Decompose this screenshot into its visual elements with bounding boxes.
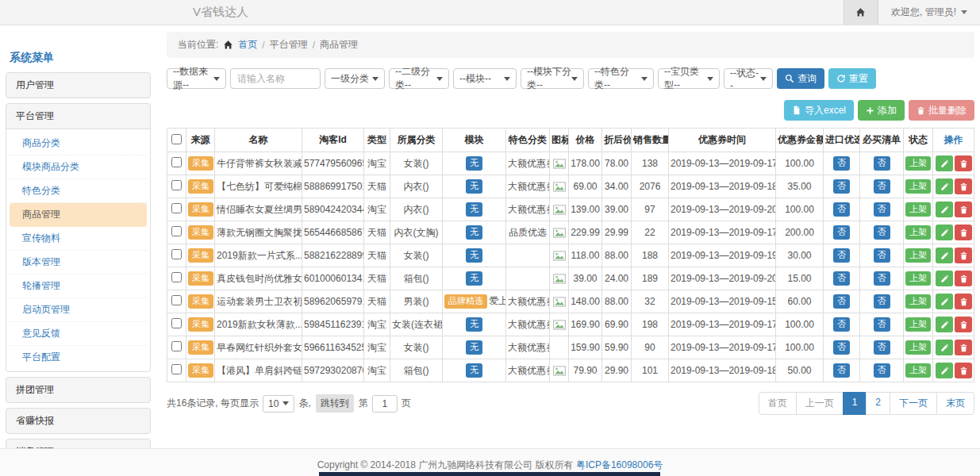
batch-delete-button[interactable]: 批量删除	[909, 100, 974, 121]
delete-button[interactable]	[955, 317, 972, 332]
edit-button[interactable]	[936, 225, 953, 240]
import-select-badge[interactable]: 否	[833, 156, 850, 171]
status-badge[interactable]: 上架	[905, 271, 931, 286]
delete-button[interactable]	[955, 340, 972, 355]
status-badge[interactable]: 上架	[905, 317, 931, 332]
sidebar-subitem-platform-config[interactable]: 平台配置	[10, 346, 147, 369]
status-badge[interactable]: 上架	[905, 363, 931, 378]
must-buy-badge[interactable]: 否	[874, 225, 890, 240]
first-page[interactable]: 首页	[759, 392, 797, 415]
import-select-badge[interactable]: 否	[833, 202, 850, 217]
row-checkbox[interactable]	[171, 318, 182, 328]
sidebar-subitem-goods-category[interactable]: 商品分类	[10, 132, 147, 155]
import-excel-button[interactable]: 导入excel	[784, 100, 854, 121]
status-badge[interactable]: 上架	[905, 179, 931, 194]
next-page[interactable]: 下一页	[890, 392, 937, 415]
edit-button[interactable]	[936, 317, 953, 332]
filter-select-module[interactable]: --模块--	[453, 68, 517, 89]
edit-button[interactable]	[936, 363, 953, 378]
row-checkbox[interactable]	[171, 295, 182, 305]
must-buy-badge[interactable]: 否	[874, 248, 890, 263]
edit-button[interactable]	[936, 155, 953, 171]
must-buy-badge[interactable]: 否	[874, 294, 890, 309]
import-select-badge[interactable]: 否	[833, 179, 850, 194]
status-badge[interactable]: 上架	[905, 225, 931, 240]
delete-button[interactable]	[955, 155, 972, 171]
jump-button[interactable]: 跳转到	[316, 394, 354, 413]
import-select-badge[interactable]: 否	[833, 248, 850, 263]
sidebar-subitem-goods-management[interactable]: 商品管理	[10, 203, 147, 227]
bottom-scrollbar[interactable]	[319, 472, 660, 476]
import-select-badge[interactable]: 否	[833, 225, 850, 240]
user-menu[interactable]: 欢迎您, 管理员!	[878, 6, 980, 19]
filter-select-item-type[interactable]: --宝贝类型--	[658, 68, 720, 89]
import-select-badge[interactable]: 否	[833, 271, 850, 286]
page-number-input[interactable]	[372, 395, 398, 413]
must-buy-badge[interactable]: 否	[874, 202, 890, 217]
row-checkbox[interactable]	[171, 341, 182, 351]
filter-select-level1-category[interactable]: 一级分类	[325, 68, 385, 89]
import-select-badge[interactable]: 否	[833, 317, 850, 332]
per-page-select[interactable]: 10	[263, 395, 294, 413]
sidebar-subitem-splash-management[interactable]: 启动页管理	[10, 298, 147, 322]
must-buy-badge[interactable]: 否	[874, 340, 890, 355]
delete-button[interactable]	[955, 294, 972, 309]
delete-button[interactable]	[955, 363, 972, 378]
row-checkbox[interactable]	[171, 249, 182, 259]
sidebar-item-express-news[interactable]: 省赚快报	[6, 409, 150, 433]
filter-select-module-subcategory[interactable]: --模块下分类--	[521, 68, 584, 89]
must-buy-badge[interactable]: 否	[874, 156, 890, 171]
sidebar-item-platform-management[interactable]: 平台管理	[6, 104, 150, 129]
edit-button[interactable]	[936, 202, 953, 217]
filter-select-level2-category[interactable]: --二级分类--	[389, 68, 449, 89]
icp-link[interactable]: 粤ICP备16098006号	[576, 459, 663, 470]
filter-select-feature-category[interactable]: --特色分类--	[588, 68, 654, 89]
edit-button[interactable]	[936, 294, 953, 309]
row-checkbox[interactable]	[171, 364, 182, 374]
delete-button[interactable]	[955, 202, 972, 217]
sidebar-subitem-feature-category[interactable]: 特色分类	[10, 179, 147, 203]
page-2[interactable]: 2	[866, 392, 890, 415]
row-checkbox[interactable]	[171, 157, 182, 167]
edit-button[interactable]	[936, 248, 953, 263]
delete-button[interactable]	[955, 271, 972, 286]
sidebar-subitem-promo-materials[interactable]: 宣传物料	[10, 227, 147, 251]
filter-select-status[interactable]: --状态--	[724, 68, 773, 89]
status-badge[interactable]: 上架	[905, 340, 931, 355]
row-checkbox[interactable]	[171, 226, 182, 236]
edit-button[interactable]	[936, 178, 953, 194]
delete-button[interactable]	[955, 248, 972, 263]
status-badge[interactable]: 上架	[905, 202, 931, 217]
status-badge[interactable]: 上架	[905, 248, 931, 263]
prev-page[interactable]: 上一页	[796, 392, 844, 415]
status-badge[interactable]: 上架	[905, 294, 931, 309]
must-buy-badge[interactable]: 否	[874, 271, 890, 286]
row-checkbox[interactable]	[171, 272, 182, 282]
name-search-input[interactable]	[230, 68, 321, 89]
sidebar-item-user-management[interactable]: 用户管理	[6, 73, 150, 98]
row-checkbox[interactable]	[171, 180, 182, 190]
add-button[interactable]: 添加	[858, 100, 905, 121]
delete-button[interactable]	[955, 178, 972, 194]
edit-button[interactable]	[936, 340, 953, 355]
import-select-badge[interactable]: 否	[833, 294, 850, 309]
row-checkbox[interactable]	[171, 203, 182, 213]
sidebar-subitem-module-goods-category[interactable]: 模块商品分类	[10, 155, 147, 179]
search-button[interactable]: 查询	[777, 68, 824, 89]
must-buy-badge[interactable]: 否	[874, 363, 890, 378]
delete-button[interactable]	[955, 225, 972, 240]
breadcrumb-home-link[interactable]: 首页	[238, 38, 257, 52]
sidebar-subitem-feedback[interactable]: 意见反馈	[10, 322, 147, 346]
page-1[interactable]: 1	[843, 392, 867, 415]
select-all-checkbox[interactable]	[171, 134, 182, 144]
sidebar-subitem-version-management[interactable]: 版本管理	[10, 251, 147, 274]
import-select-badge[interactable]: 否	[833, 363, 850, 378]
filter-select-data-source[interactable]: --数据来源--	[167, 68, 226, 89]
sidebar-item-groupbuy-management[interactable]: 拼团管理	[6, 378, 150, 402]
must-buy-badge[interactable]: 否	[874, 179, 890, 194]
must-buy-badge[interactable]: 否	[874, 317, 890, 332]
sidebar-subitem-carousel-management[interactable]: 轮播管理	[10, 274, 147, 298]
status-badge[interactable]: 上架	[905, 156, 931, 171]
last-page[interactable]: 末页	[936, 392, 974, 415]
reset-button[interactable]: 重置	[828, 68, 876, 89]
